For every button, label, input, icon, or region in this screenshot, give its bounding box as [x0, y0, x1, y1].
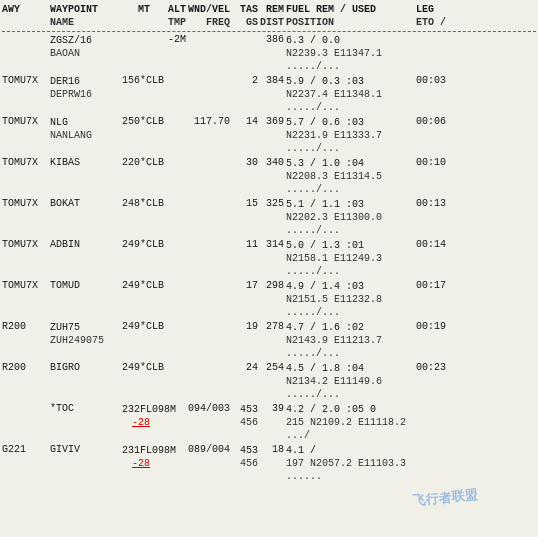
row-leg: 00:19 — [416, 321, 472, 334]
row-leg: 00:03 — [416, 75, 472, 88]
header-waypoint: WAYPOINT NAME — [50, 3, 122, 29]
table-row: TOMU7X BOKAT 248*CLB 15 325 5.1 / 1.1 :0… — [0, 197, 538, 238]
row-mt: 248*CLB — [122, 198, 152, 211]
row-mt: 220*CLB — [122, 157, 152, 170]
header-mt: MT — [122, 3, 152, 29]
row-mt: 249*CLB — [122, 239, 152, 252]
header-leg: LEG ETO / — [416, 3, 472, 29]
table-row: TOMU7X KIBAS 220*CLB 30 340 5.3 / 1.0 :0… — [0, 156, 538, 197]
row-waypoint: TOMUD — [50, 280, 122, 293]
row-tas: 30 — [232, 157, 260, 170]
row-rem: 314 — [260, 239, 286, 252]
row-rem: 39 — [260, 403, 286, 416]
row-leg: 00:10 — [416, 157, 472, 170]
row-rem: 325 — [260, 198, 286, 211]
row-wnd: 094/003 — [188, 403, 232, 416]
row-rem: 254 — [260, 362, 286, 375]
row-rem: 278 — [260, 321, 286, 334]
row-leg: 00:17 — [416, 280, 472, 293]
row-waypoint: *TOC — [50, 403, 122, 416]
row-fuel: 4.1 / 197 N2057.2 E11103.3 ...... — [286, 444, 416, 483]
row-leg: 00:13 — [416, 198, 472, 211]
row-fuel: 4.2 / 2.0 :05 0 215 N2109.2 E11118.2 ...… — [286, 403, 416, 442]
row-waypoint: ADBIN — [50, 239, 122, 252]
row-tas: 19 — [232, 321, 260, 334]
row-leg: 00:06 — [416, 116, 472, 129]
row-waypoint: DER16 DEPRW16 — [50, 75, 122, 101]
watermark: 飞行者联盟 — [412, 486, 478, 510]
row-wnd: 117.70 — [188, 116, 232, 129]
row-awy: TOMU7X — [2, 239, 50, 252]
row-leg: 00:23 — [416, 362, 472, 375]
row-tas: 2 — [232, 75, 260, 88]
row-wnd: 089/004 — [188, 444, 232, 457]
table-row: TOMU7X NLG NANLANG 250*CLB 117.70 14 369… — [0, 115, 538, 156]
row-fuel: 4.7 / 1.6 :02 N2143.9 E11213.7 ...../... — [286, 321, 416, 360]
row-rem: 18 — [260, 444, 286, 457]
table-row: ZGSZ/16 BAOAN -2M 386 6.3 / 0.0 N2239.3 … — [0, 33, 538, 74]
row-waypoint: NLG NANLANG — [50, 116, 122, 142]
row-mt: 250*CLB — [122, 116, 152, 129]
header-alt: ALT TMP — [152, 3, 188, 29]
row-rem: 369 — [260, 116, 286, 129]
row-tas: 453 456 — [232, 444, 260, 470]
table-row: R200 ZUH75 ZUH249075 249*CLB 19 278 4.7 … — [0, 320, 538, 361]
row-mt: 249*CLB — [122, 362, 152, 375]
table-row: G221 GIVIV 231FL098M -28 089/004 453 456… — [0, 443, 538, 484]
row-alt: -2M — [152, 34, 188, 47]
row-tas: 17 — [232, 280, 260, 293]
row-fuel: 5.7 / 0.6 :03 N2231.9 E11333.7 ...../... — [286, 116, 416, 155]
row-fuel: 4.9 / 1.4 :03 N2151.5 E11232.8 ...../... — [286, 280, 416, 319]
table-row: TOMU7X TOMUD 249*CLB 17 298 4.9 / 1.4 :0… — [0, 279, 538, 320]
row-fuel: 5.3 / 1.0 :04 N2208.3 E11314.5 ...../... — [286, 157, 416, 196]
row-waypoint: GIVIV — [50, 444, 122, 457]
row-fuel: 5.9 / 0.3 :03 N2237.4 E11348.1 ...../... — [286, 75, 416, 114]
row-rem: 340 — [260, 157, 286, 170]
row-tas: 453 456 — [232, 403, 260, 429]
row-waypoint: KIBAS — [50, 157, 122, 170]
row-awy: TOMU7X — [2, 198, 50, 211]
row-fuel: 4.5 / 1.8 :04 N2134.2 E11149.6 ...../... — [286, 362, 416, 401]
row-rem: 386 — [260, 34, 286, 47]
header-divider — [2, 31, 536, 32]
table-row: *TOC 232FL098M -28 094/003 453 456 39 4.… — [0, 402, 538, 443]
row-waypoint: BOKAT — [50, 198, 122, 211]
row-fuel: 5.1 / 1.1 :03 N2202.3 E11300.0 ...../... — [286, 198, 416, 237]
row-rem: 384 — [260, 75, 286, 88]
row-awy: G221 — [2, 444, 50, 457]
table-header: AWY WAYPOINT NAME MT ALT TMP WND/VEL FRE… — [0, 2, 538, 30]
row-mt: 231FL098M -28 — [122, 444, 152, 470]
header-tas: TAS GS — [232, 3, 260, 29]
row-rem: 298 — [260, 280, 286, 293]
row-awy: TOMU7X — [2, 280, 50, 293]
row-mt: 156*CLB — [122, 75, 152, 88]
header-rem: REM DIST — [260, 3, 286, 29]
table-row: TOMU7X DER16 DEPRW16 156*CLB 2 384 5.9 /… — [0, 74, 538, 115]
table-row: R200 BIGRO 249*CLB 24 254 4.5 / 1.8 :04 … — [0, 361, 538, 402]
row-fuel: 6.3 / 0.0 N2239.3 E11347.1 ...../... — [286, 34, 416, 73]
header-fuel: FUEL REM / USED POSITION — [286, 3, 416, 29]
row-tas: 11 — [232, 239, 260, 252]
row-leg: 00:14 — [416, 239, 472, 252]
row-awy: TOMU7X — [2, 116, 50, 129]
row-awy: R200 — [2, 321, 50, 334]
row-waypoint: ZGSZ/16 BAOAN — [50, 34, 122, 60]
row-awy: TOMU7X — [2, 157, 50, 170]
row-awy: R200 — [2, 362, 50, 375]
flight-plan-table: AWY WAYPOINT NAME MT ALT TMP WND/VEL FRE… — [0, 0, 538, 486]
header-wnd: WND/VEL FREQ — [188, 3, 232, 29]
row-tas: 14 — [232, 116, 260, 129]
row-mt: 249*CLB — [122, 321, 152, 334]
header-awy: AWY — [2, 3, 50, 29]
row-mt: 249*CLB — [122, 280, 152, 293]
row-waypoint: ZUH75 ZUH249075 — [50, 321, 122, 347]
row-tas: 24 — [232, 362, 260, 375]
row-tas: 15 — [232, 198, 260, 211]
row-mt: 232FL098M -28 — [122, 403, 152, 429]
row-waypoint: BIGRO — [50, 362, 122, 375]
table-row: TOMU7X ADBIN 249*CLB 11 314 5.0 / 1.3 :0… — [0, 238, 538, 279]
row-awy: TOMU7X — [2, 75, 50, 88]
row-fuel: 5.0 / 1.3 :01 N2158.1 E11249.3 ...../... — [286, 239, 416, 278]
